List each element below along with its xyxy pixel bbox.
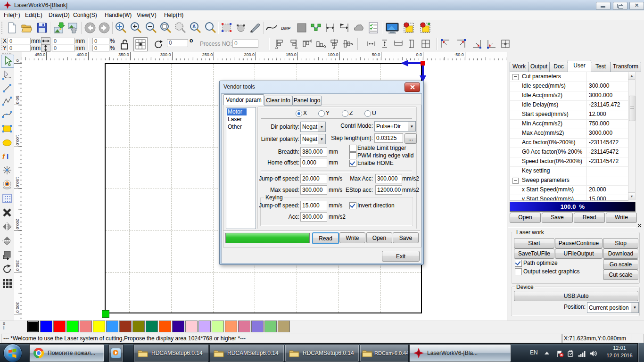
align-bottom-icon[interactable]	[315, 39, 326, 49]
process-no-field[interactable]: 0	[232, 40, 258, 48]
dir-polarity-combo[interactable]: Negat▼	[300, 122, 326, 132]
taskbar-chrome-button[interactable]: Помогите пожал...	[29, 344, 104, 362]
dimension-horizontal-icon[interactable]	[324, 22, 336, 34]
palette-color-swatch[interactable]	[159, 321, 171, 332]
palette-color-swatch[interactable]	[132, 321, 145, 332]
palette-color-swatch[interactable]	[119, 321, 132, 332]
align-right-icon[interactable]	[288, 39, 298, 49]
contrl-mode-combo[interactable]: Pulse+Dir▼	[374, 121, 416, 132]
axis-radio-u[interactable]	[364, 110, 371, 117]
canvas-resize-tool[interactable]	[1, 249, 13, 261]
panel-write-button[interactable]: Write	[606, 213, 637, 223]
anchor-top-right-icon[interactable]	[456, 39, 466, 49]
forward-icon[interactable]	[98, 22, 110, 34]
menu-item-handle[interactable]: Handle(W)	[105, 12, 132, 18]
stop-button[interactable]: Stop	[603, 238, 638, 248]
menu-item-config[interactable]: Config(S)	[73, 12, 97, 18]
tray-expand-icon[interactable]	[545, 352, 549, 354]
x-position-field[interactable]: 0	[8, 38, 31, 44]
point-tool[interactable]	[1, 164, 13, 176]
param-value[interactable]: 15.000	[589, 195, 627, 201]
panel-open-button[interactable]: Open	[510, 213, 541, 223]
palette-color-swatch[interactable]	[146, 321, 158, 332]
menu-item-draw[interactable]: Draw(D)	[49, 12, 70, 18]
axis-radio-x[interactable]	[296, 110, 302, 117]
param-value[interactable]: -231145472	[589, 157, 627, 166]
select-frame-icon[interactable]	[221, 22, 233, 34]
param-value[interactable]: 300.000	[589, 82, 627, 91]
menu-item-edit[interactable]: Edit(E)	[25, 12, 42, 18]
bmp-tool-icon[interactable]: BMP	[281, 22, 293, 34]
device-port-button[interactable]: USB:Auto	[514, 291, 638, 301]
limiter-polarity-combo[interactable]: Negat▼	[300, 134, 326, 144]
zoom-all-icon[interactable]	[174, 22, 187, 34]
palette-color-swatch[interactable]	[238, 321, 250, 332]
key-acc-field[interactable]: 300.000	[300, 212, 327, 222]
save-to-ufile-button[interactable]: SaveToUFile	[514, 248, 554, 259]
palette-handle-icon[interactable]: ‖	[3, 326, 5, 330]
save-file-icon[interactable]	[36, 22, 48, 34]
start-button[interactable]	[3, 344, 22, 362]
enable-limit-checkbox[interactable]	[349, 145, 356, 152]
menu-item-help[interactable]: Help(H)	[164, 12, 183, 18]
tray-power-icon[interactable]	[567, 350, 575, 357]
palette-color-swatch[interactable]	[40, 321, 52, 332]
param-value[interactable]: -231145472	[589, 148, 627, 157]
zoom-in-icon[interactable]	[130, 22, 142, 34]
weld-icon[interactable]	[352, 22, 364, 34]
param-table-scrollbar[interactable]: ▲ ▼	[628, 72, 636, 200]
new-document-icon[interactable]	[6, 22, 18, 34]
grid-tool[interactable]	[1, 192, 13, 205]
zoom-out-icon[interactable]	[145, 22, 157, 34]
panel-save-button[interactable]: Save	[542, 213, 573, 223]
param-value[interactable]: -231145.472	[589, 100, 627, 110]
taskbar-folder1-button[interactable]: RDCAMSetup6.0.14	[133, 344, 209, 362]
scroll-up-icon[interactable]: ▲	[628, 72, 635, 80]
axis-radio-y[interactable]	[318, 110, 325, 117]
taskbar-rdcam-button[interactable]: RDCam-6.0.44	[360, 344, 409, 362]
param-value[interactable]: 3000.000	[589, 91, 627, 100]
camera-tool[interactable]	[1, 178, 13, 190]
anchor-center-icon[interactable]	[500, 39, 511, 49]
align-center-v-icon[interactable]	[343, 39, 353, 49]
ellipse-tool[interactable]	[1, 137, 13, 149]
panel-tab-output[interactable]: Output	[528, 62, 550, 72]
key-jump-field[interactable]: 15.000	[300, 201, 327, 210]
fill-square-icon[interactable]	[296, 22, 308, 34]
invert-direction-checkbox[interactable]	[349, 202, 356, 209]
zoom-page-icon[interactable]	[160, 22, 172, 34]
dialog-list-item-motor[interactable]: Motor	[227, 108, 247, 115]
node-link-icon[interactable]	[310, 22, 322, 34]
panel-tab-work[interactable]: Work	[510, 62, 528, 72]
lock-ratio-icon[interactable]	[119, 38, 131, 50]
start-button[interactable]: Start	[514, 238, 554, 248]
menu-item-file[interactable]: File(F)	[4, 12, 20, 18]
palette-color-swatch[interactable]	[172, 321, 184, 332]
dialog-list-item-other[interactable]: Other	[227, 123, 247, 131]
width-resize-icon[interactable]	[41, 37, 50, 45]
array-copy-tool[interactable]	[1, 277, 13, 289]
align-center-h-icon[interactable]	[329, 39, 339, 49]
palette-color-swatch[interactable]	[80, 321, 92, 332]
collapse-icon[interactable]	[512, 74, 519, 80]
max-speed-field[interactable]: 300.000	[300, 185, 327, 195]
mirror-vertical-tool[interactable]	[1, 235, 13, 247]
taskbar-folder3-button[interactable]: RDCAMSetup6.0.14	[285, 344, 359, 362]
param-value[interactable]: 750.000	[589, 119, 627, 129]
export-image-icon[interactable]	[67, 22, 79, 34]
palette-color-swatch[interactable]	[225, 321, 237, 332]
position-combo[interactable]: Current position▼	[587, 302, 639, 313]
pwm-rising-checkbox[interactable]	[349, 152, 356, 159]
bezier-tool[interactable]	[1, 108, 13, 121]
taskbar-wmp-button[interactable]	[108, 344, 124, 362]
axis-radio-z[interactable]	[342, 110, 348, 117]
output-select-checkbox[interactable]	[515, 268, 522, 275]
param-value[interactable]	[589, 176, 627, 185]
palette-color-swatch[interactable]	[93, 321, 105, 332]
dialog-exit-button[interactable]: Exit	[382, 251, 420, 262]
rectangle-tool[interactable]	[1, 123, 13, 135]
scale-x-field[interactable]: 0	[92, 38, 109, 44]
palette-color-swatch[interactable]	[185, 321, 198, 332]
taskbar-laserwork-button[interactable]: LaserWorkV6-[Bla...	[409, 344, 511, 362]
dialog-close-button[interactable]	[405, 82, 420, 92]
